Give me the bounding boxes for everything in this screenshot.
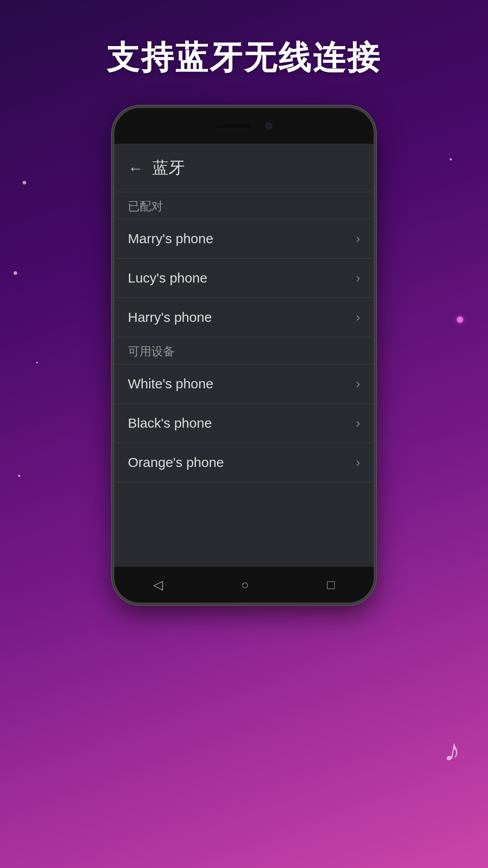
- volume-down-button: [113, 248, 114, 275]
- back-nav-button[interactable]: ◁: [153, 577, 163, 592]
- chevron-icon-6: ›: [356, 455, 360, 470]
- power-button: [374, 198, 375, 226]
- speaker-grill: [216, 123, 252, 129]
- available-section-header: 可用设备: [114, 337, 374, 364]
- phone-screen: ← 蓝牙 已配对 Marry's phone › Lucy's phone › …: [114, 144, 374, 566]
- device-name-marrys-phone: Marry's phone: [128, 231, 213, 246]
- recents-nav-button[interactable]: □: [327, 578, 335, 592]
- device-item-lucys-phone[interactable]: Lucy's phone ›: [114, 259, 374, 297]
- back-button[interactable]: ←: [128, 160, 143, 176]
- chevron-icon-1: ›: [356, 231, 360, 246]
- chevron-icon-3: ›: [356, 310, 360, 325]
- device-item-harrys-phone[interactable]: Harry's phone ›: [114, 298, 374, 337]
- music-note-decoration: ♪: [442, 731, 464, 770]
- phone-mockup: ← 蓝牙 已配对 Marry's phone › Lucy's phone › …: [113, 107, 375, 604]
- device-item-marrys-phone[interactable]: Marry's phone ›: [114, 219, 374, 258]
- volume-up-button: [113, 212, 114, 239]
- device-name-lucys-phone: Lucy's phone: [128, 270, 207, 286]
- device-item-oranges-phone[interactable]: Orange's phone ›: [114, 443, 374, 482]
- home-nav-button[interactable]: ○: [241, 578, 249, 592]
- device-name-oranges-phone: Orange's phone: [128, 455, 224, 470]
- divider-8: [114, 482, 374, 482]
- paired-section-header: 已配对: [114, 192, 374, 219]
- front-camera: [265, 123, 272, 130]
- device-item-blacks-phone[interactable]: Black's phone ›: [114, 404, 374, 443]
- chevron-icon-2: ›: [356, 271, 360, 285]
- bluetooth-header: ← 蓝牙: [114, 144, 374, 192]
- chevron-icon-5: ›: [356, 416, 360, 430]
- device-name-harrys-phone: Harry's phone: [128, 310, 212, 325]
- phone-top-bar: [114, 108, 374, 144]
- page-title: 支持蓝牙无线连接: [107, 36, 381, 80]
- device-name-whites-phone: White's phone: [128, 376, 213, 392]
- silent-switch: [113, 180, 114, 198]
- nav-bar: ◁ ○ □: [114, 566, 374, 603]
- device-item-whites-phone[interactable]: White's phone ›: [114, 364, 374, 403]
- device-name-blacks-phone: Black's phone: [128, 415, 212, 431]
- chevron-icon-4: ›: [356, 377, 360, 391]
- bluetooth-title: 蓝牙: [152, 157, 185, 179]
